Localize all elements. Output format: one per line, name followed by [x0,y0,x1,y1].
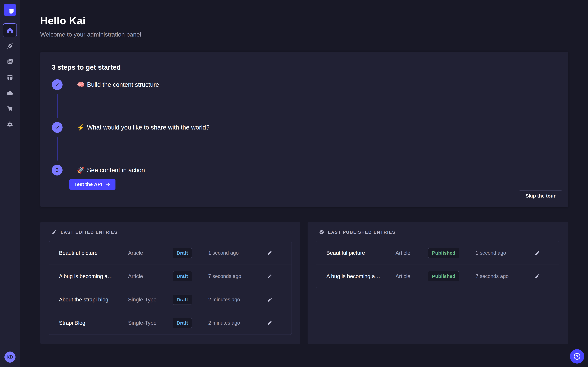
table-row: About the strapi blog Single-Type Draft … [49,288,292,311]
step-1-emoji: 🧠 [77,81,85,88]
pencil-icon [267,320,272,325]
entry-updated-time: 1 second ago [208,250,268,256]
pencil-icon [52,230,57,235]
entry-doc-type: Single-Type [128,320,164,326]
check-icon [54,82,60,87]
status-badge: Draft [173,271,192,281]
page-header: Hello Kai Welcome to your administration… [40,15,141,38]
entry-title: Strapi Blog [59,320,128,326]
sidebar: KD [0,0,20,367]
last-published-entries-panel: LAST PUBLISHED ENTRIES Beautiful picture… [308,222,568,344]
edit-entry-button[interactable] [534,249,541,257]
status-badge: Draft [173,318,192,328]
table-row: Beautiful picture Article Published 1 se… [316,241,559,265]
status-badge: Draft [173,295,192,305]
step-3-number: 3 [56,167,59,173]
step-2-emoji: ⚡ [77,124,85,131]
page-title: Hello Kai [40,15,141,27]
cloud-icon [6,89,14,97]
sidebar-divider [0,20,20,20]
page-subtitle: Welcome to your administration panel [40,31,141,38]
content-type-builder-icon [6,74,14,81]
pencil-icon [267,250,272,256]
step-connector [57,94,58,118]
entry-updated-time: 2 minutes ago [208,297,268,303]
entry-updated-time: 1 second ago [476,250,535,256]
arrow-right-icon [105,182,111,187]
sidebar-item-marketplace[interactable] [3,102,17,116]
strapi-logo-icon [4,4,16,16]
media-library-icon [6,58,14,65]
settings-gear-icon [6,121,14,128]
step-2-label: ⚡What would you like to share with the w… [77,122,209,133]
panel-title: LAST PUBLISHED ENTRIES [328,230,396,235]
entry-doc-type: Article [128,250,164,256]
status-badge: Draft [173,248,192,258]
entry-title: Beautiful picture [59,250,128,256]
edit-entry-button[interactable] [266,249,273,257]
check-circle-icon [319,230,324,235]
table-row: Beautiful picture Article Draft 1 second… [49,241,292,265]
entry-title: Beautiful picture [326,250,395,256]
pencil-icon [267,274,272,279]
table-row: A bug is becoming a… Article Published 7… [316,265,559,288]
marketplace-cart-icon [6,105,14,112]
test-the-api-button[interactable]: Test the API [69,179,115,190]
entry-title: A bug is becoming a… [59,273,128,279]
sidebar-item-home[interactable] [3,23,17,37]
sidebar-item-content-type-builder[interactable] [3,70,17,84]
status-badge: Published [428,271,459,281]
sidebar-item-content-manager[interactable] [3,39,17,53]
onboarding-card: 3 steps to get started 🧠Build the conten… [40,52,568,207]
pencil-icon [535,274,540,279]
entry-updated-time: 7 seconds ago [476,273,535,279]
skip-the-tour-button[interactable]: Skip the tour [519,190,562,201]
edit-entry-button[interactable] [266,319,273,326]
entry-title: About the strapi blog [59,297,128,303]
panel-title: LAST EDITED ENTRIES [61,230,118,235]
step-3-emoji: 🚀 [77,167,85,174]
entry-doc-type: Single-Type [128,297,164,303]
step-1-label: 🧠Build the content structure [77,79,159,90]
table-row: A bug is becoming a… Article Draft 7 sec… [49,265,292,288]
sidebar-item-settings[interactable] [3,117,17,131]
entry-updated-time: 7 seconds ago [208,273,268,279]
step-1-check-circle [52,79,62,90]
last-published-entries-header: LAST PUBLISHED ENTRIES [319,230,396,235]
entry-doc-type: Article [128,273,164,279]
last-edited-entries-table: Beautiful picture Article Draft 1 second… [49,241,292,335]
sidebar-item-cloud[interactable] [3,86,17,100]
entry-doc-type: Article [395,273,432,279]
edit-entry-button[interactable] [534,273,541,280]
pencil-icon [267,297,272,302]
edit-entry-button[interactable] [266,273,273,280]
last-edited-entries-panel: LAST EDITED ENTRIES Beautiful picture Ar… [40,222,300,344]
sidebar-item-media-library[interactable] [3,55,17,68]
home-icon [6,27,14,34]
entry-doc-type: Article [395,250,432,256]
edit-entry-button[interactable] [266,296,273,303]
entry-updated-time: 2 minutes ago [208,320,268,326]
table-row: Strapi Blog Single-Type Draft 2 minutes … [49,311,292,334]
step-3-label: 🚀See content in action [77,165,145,175]
check-icon [54,125,60,130]
step-connector [57,137,58,161]
entry-title: A bug is becoming a… [326,273,395,279]
step-3-number-circle: 3 [52,165,62,175]
status-badge: Published [428,248,459,258]
help-button[interactable] [570,349,584,364]
user-avatar[interactable]: KD [4,351,16,363]
last-edited-entries-header: LAST EDITED ENTRIES [52,230,118,235]
question-mark-icon [573,352,581,361]
onboarding-title: 3 steps to get started [52,63,121,71]
feather-icon [6,42,14,50]
strapi-logo[interactable] [4,4,16,16]
last-published-entries-table: Beautiful picture Article Published 1 se… [316,241,559,288]
pencil-icon [535,250,540,256]
step-2-check-circle [52,122,62,133]
